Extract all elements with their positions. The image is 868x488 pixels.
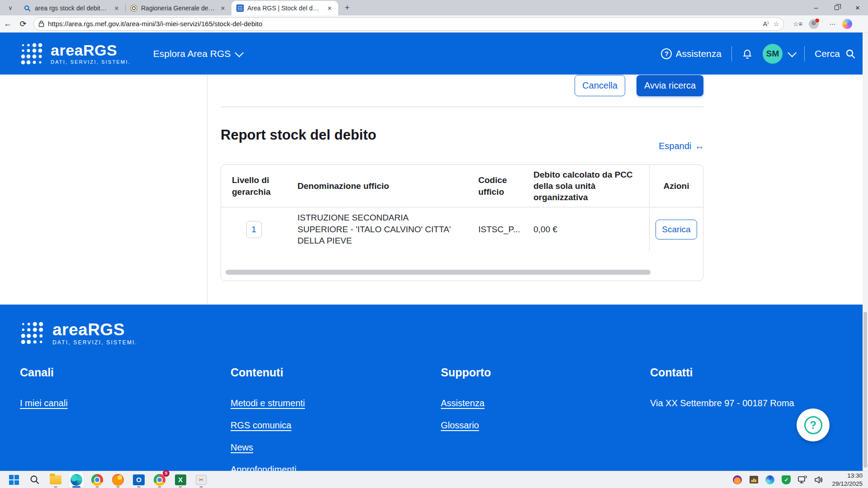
report-title: Report stock del debito — [221, 127, 376, 143]
chrome-profile-button[interactable]: S — [152, 472, 167, 488]
site-logo[interactable]: areaRGS DATI, SERVIZI, SISTEMI. — [20, 42, 131, 66]
back-icon[interactable]: ← — [0, 17, 15, 31]
edge-button[interactable] — [69, 472, 84, 488]
tab-title: Ragioneria Generale dello Stato - — [141, 5, 215, 12]
footer-link-glossario[interactable]: Glossario — [441, 420, 491, 431]
footer-col-contenuti: Contenuti Metodi e strumenti RGS comunic… — [231, 366, 305, 475]
taskbar-search-button[interactable] — [27, 472, 42, 488]
cancel-button[interactable]: Cancella — [575, 75, 625, 96]
start-button[interactable] — [6, 472, 22, 488]
favorites-bar-icon[interactable]: ☆︎≡ — [793, 20, 802, 28]
window-minimize-button[interactable]: ─ — [806, 0, 826, 15]
excel-button[interactable]: X — [173, 472, 188, 488]
footer-link-rgs-comunica[interactable]: RGS comunica — [231, 420, 305, 431]
column-header-denominazione: Denominazione ufficio — [287, 165, 467, 207]
vertical-scrollbar-thumb[interactable] — [863, 312, 867, 468]
brand-name: areaRGS — [52, 321, 137, 338]
tab-title: area rgs stock del debito - Cerca — [35, 5, 109, 12]
url-text: https://area.rgs.mef.gov.it/area-mini/3/… — [48, 20, 759, 28]
window-restore-button[interactable] — [826, 0, 847, 15]
system-tray: ✓ 13:30 29/12/2025 — [732, 472, 868, 488]
chevron-down-icon — [788, 48, 797, 57]
outlook-icon: O — [133, 474, 145, 485]
notifications-bell-icon[interactable] — [742, 48, 753, 60]
report-table-card: Livello di gerarchia Denominazione uffic… — [221, 164, 703, 328]
expand-link[interactable]: Espandi ↔ — [659, 141, 704, 151]
explore-area-rgs-menu[interactable]: Esplora Area RGS — [153, 48, 242, 59]
site-footer: areaRGS DATI, SERVIZI, SISTEMI. Canali I… — [0, 305, 868, 471]
settings-ellipsis-icon[interactable]: ⋯ — [830, 20, 836, 28]
column-header-debito: Debito calcolato da PCC della sola unità… — [523, 165, 649, 207]
footer-link-assistenza[interactable]: Assistenza — [441, 398, 491, 408]
firefox-button[interactable] — [110, 472, 126, 488]
expand-label: Espandi — [659, 141, 691, 151]
assistenza-label: Assistenza — [675, 48, 722, 59]
site-header: areaRGS DATI, SERVIZI, SISTEMI. Esplora … — [0, 33, 868, 75]
report-table: Livello di gerarchia Denominazione uffic… — [221, 164, 703, 281]
hierarchy-level-chip[interactable]: 1 — [246, 221, 262, 238]
favorite-star-icon[interactable]: ☆ — [773, 20, 779, 28]
help-fab-button[interactable]: ? — [797, 408, 830, 441]
tray-swirl-icon[interactable] — [765, 475, 775, 485]
copilot-icon[interactable] — [842, 19, 852, 29]
lock-icon — [38, 20, 44, 27]
tab-close-icon[interactable]: ✕ — [219, 4, 227, 12]
tab-search-chevron-icon[interactable]: ∨ — [3, 1, 18, 14]
help-question-icon: ? — [804, 416, 822, 434]
footer-col-contatti: Contatti Via XX Settembre 97 - 00187 Rom… — [650, 366, 794, 408]
browser-tab-stock-debito[interactable]: Area RGS | Stock del debito ✕ — [231, 1, 338, 15]
footer-address: Via XX Settembre 97 - 00187 Roma — [650, 398, 794, 408]
download-button[interactable]: Scarica — [656, 220, 697, 239]
browser-tab-search[interactable]: area rgs stock del debito - Cerca ✕ — [19, 1, 125, 15]
brand-tagline: DATI, SERVIZI, SISTEMI. — [52, 340, 137, 345]
areargs-dots-logo-icon — [20, 321, 44, 345]
speaker-icon[interactable] — [814, 475, 824, 485]
toolbar-right-icons: ☆︎≡ ⋯ — [788, 19, 852, 29]
browser-toolbar: ← ⟳ https://area.rgs.mef.gov.it/area-min… — [0, 15, 868, 33]
tray-app-window-icon[interactable] — [749, 475, 759, 485]
areargs-dots-logo-icon — [20, 42, 43, 66]
horizontal-scrollbar-thumb[interactable] — [226, 270, 651, 275]
cell-debito: 0,00 € — [523, 224, 649, 235]
footer-col-title: Contenuti — [231, 366, 305, 379]
excel-icon: X — [175, 474, 186, 485]
column-header-azioni: Azioni — [649, 165, 703, 207]
search-button[interactable]: Cerca — [815, 48, 855, 59]
footer-col-title: Contatti — [650, 366, 794, 379]
edge-icon — [71, 474, 82, 486]
footer-col-title: Supporto — [441, 366, 491, 379]
user-menu[interactable]: SM — [763, 44, 794, 64]
address-bar[interactable]: https://area.rgs.mef.gov.it/area-mini/3/… — [33, 17, 784, 31]
footer-link-news[interactable]: News — [231, 442, 305, 453]
brand-tagline: DATI, SERVIZI, SISTEMI. — [51, 60, 131, 65]
outlook-button[interactable]: O — [131, 472, 146, 488]
mef-logo-icon — [130, 5, 137, 12]
browser-profile-avatar[interactable] — [809, 19, 819, 29]
footer-link-metodi[interactable]: Metodi e strumenti — [231, 398, 305, 408]
new-tab-button[interactable]: + — [341, 1, 354, 14]
window-close-button[interactable]: ✕ — [847, 0, 868, 15]
assistenza-link[interactable]: ? Assistenza — [661, 48, 722, 59]
explore-label: Esplora Area RGS — [153, 48, 231, 59]
taskbar-apps: O S X ✂ — [6, 472, 209, 488]
search-icon — [845, 49, 855, 59]
footer-link-i-miei-canali[interactable]: I miei canali — [20, 398, 68, 408]
column-header-livello: Livello di gerarchia — [221, 165, 287, 207]
network-icon[interactable] — [797, 475, 807, 485]
cell-denominazione: ISTRUZIONE SECONDARIA SUPERIORE - 'ITALO… — [287, 212, 467, 247]
read-aloud-icon[interactable]: A⁾ — [763, 20, 769, 28]
sidebar-divider — [207, 75, 208, 305]
tray-app-flame-icon[interactable] — [732, 475, 742, 485]
bing-search-icon — [24, 5, 31, 12]
browser-tab-rgs[interactable]: Ragioneria Generale dello Stato - ✕ — [125, 1, 231, 15]
chrome-button[interactable] — [90, 472, 105, 488]
clock-time: 13:30 — [832, 472, 863, 480]
tab-close-icon[interactable]: ✕ — [113, 4, 121, 12]
start-search-button[interactable]: Avvia ricerca — [637, 75, 703, 96]
tab-close-icon[interactable]: ✕ — [326, 4, 334, 12]
security-shield-icon[interactable]: ✓ — [781, 475, 791, 485]
snipping-tool-button[interactable]: ✂ — [193, 472, 209, 488]
taskbar-clock[interactable]: 13:30 29/12/2025 — [832, 472, 863, 488]
refresh-icon[interactable]: ⟳ — [15, 17, 31, 31]
file-explorer-button[interactable] — [48, 472, 63, 488]
